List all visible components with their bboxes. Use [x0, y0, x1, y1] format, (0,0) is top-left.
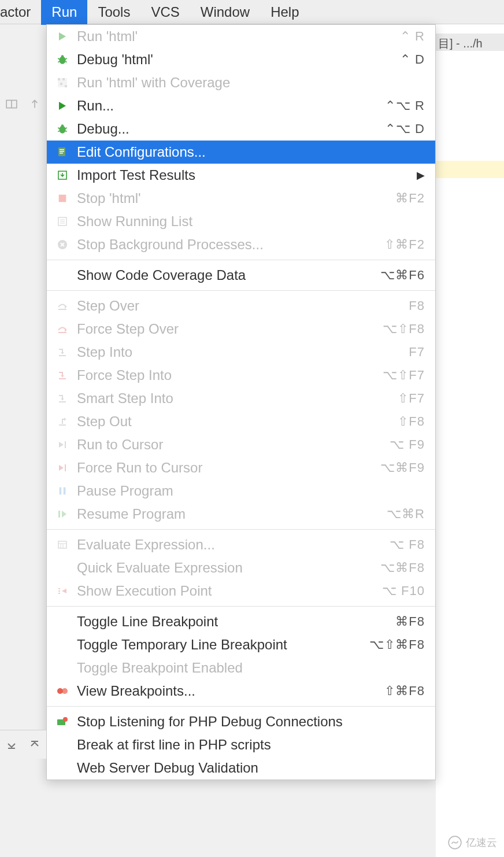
- svg-line-5: [58, 61, 60, 62]
- menu-item[interactable]: Debug...⌃⌥ D: [47, 117, 435, 141]
- menu-separator: [47, 606, 435, 607]
- svg-line-16: [58, 131, 60, 131]
- submenu-arrow-icon: ▶: [417, 169, 425, 182]
- split-icon[interactable]: [5, 98, 18, 110]
- edit-config-icon: [54, 145, 71, 160]
- menu-item[interactable]: View Breakpoints...⇧⌘F8: [47, 679, 435, 703]
- php-debug-icon: [54, 714, 71, 729]
- menu-item-label: Import Test Results: [77, 167, 417, 183]
- menu-item: Evaluate Expression...⌥ F8: [47, 533, 435, 556]
- menu-item-label: Run 'html' with Coverage: [77, 75, 425, 91]
- list-icon: [54, 214, 71, 229]
- svg-rect-9: [58, 78, 60, 80]
- menubar-item-vcs[interactable]: VCS: [140, 0, 190, 25]
- icon-placeholder: [54, 660, 71, 675]
- menu-separator: [47, 529, 435, 530]
- play-icon: [54, 29, 71, 44]
- menu-item-shortcut: ⌃⌥ R: [385, 98, 425, 113]
- force-run-to-cursor-icon: [54, 460, 71, 475]
- menu-item: Resume Program⌥⌘R: [47, 503, 435, 526]
- resume-icon: [54, 507, 71, 522]
- menu-item-shortcut: ⌥⌘F9: [380, 460, 425, 475]
- left-toolbar: [0, 93, 46, 116]
- menu-item-label: Run...: [77, 98, 385, 114]
- menu-item: Run to Cursor⌥ F9: [47, 433, 435, 456]
- menu-item-label: Quick Evaluate Expression: [77, 560, 380, 576]
- menu-item-shortcut: ⌥⇧⌘F8: [369, 637, 425, 652]
- menu-item: Pause Program: [47, 479, 435, 503]
- menu-item-label: Step Over: [77, 298, 409, 314]
- menu-item-shortcut: ⌥⇧F7: [383, 368, 425, 383]
- collapse-icon[interactable]: [28, 98, 41, 110]
- svg-rect-21: [60, 151, 64, 152]
- force-step-into-icon: [54, 368, 71, 383]
- svg-line-17: [65, 131, 66, 131]
- svg-rect-41: [58, 541, 66, 548]
- menu-item: Show Running List: [47, 210, 435, 233]
- menu-separator: [47, 706, 435, 707]
- play-icon: [54, 98, 71, 113]
- menubar-item-run[interactable]: Run: [41, 0, 87, 25]
- menu-item[interactable]: Web Server Debug Validation: [47, 756, 435, 780]
- arrow-down-icon[interactable]: [6, 739, 17, 751]
- menu-separator: [47, 260, 435, 260]
- menu-item[interactable]: Debug 'html'⌃ D: [47, 48, 435, 71]
- watermark: 亿速云: [447, 835, 497, 850]
- menu-item-label: Web Server Debug Validation: [77, 760, 425, 776]
- menu-item[interactable]: Show Code Coverage Data⌥⌘F6: [47, 264, 435, 287]
- menu-item[interactable]: Run...⌃⌥ R: [47, 94, 435, 117]
- menu-separator: [47, 290, 435, 291]
- menu-item: Run 'html' with Coverage: [47, 71, 435, 94]
- svg-rect-40: [58, 511, 60, 518]
- svg-rect-45: [58, 588, 60, 589]
- menu-item: Quick Evaluate Expression⌥⌘F8: [47, 556, 435, 579]
- menu-item[interactable]: Edit Configurations...: [47, 141, 435, 164]
- menubar-item-tools[interactable]: Tools: [87, 0, 140, 25]
- arrow-up-icon[interactable]: [29, 739, 40, 751]
- menu-item-label: View Breakpoints...: [77, 683, 384, 699]
- svg-line-6: [65, 61, 66, 62]
- run-menu-dropdown: Run 'html'⌃ RDebug 'html'⌃ DRun 'html' w…: [46, 24, 436, 780]
- menubar-item-help[interactable]: Help: [260, 0, 309, 25]
- bug-icon: [54, 121, 71, 136]
- menu-item: Step Out⇧F8: [47, 410, 435, 433]
- menu-item[interactable]: Import Test Results▶: [47, 164, 435, 187]
- menu-item[interactable]: Stop Listening for PHP Debug Connections: [47, 710, 435, 733]
- svg-rect-46: [58, 590, 60, 592]
- menu-item-shortcut: ⌥ F8: [390, 537, 425, 552]
- menu-item-shortcut: ⇧⌘F2: [384, 237, 425, 252]
- menu-item: Force Run to Cursor⌥⌘F9: [47, 456, 435, 479]
- menu-item-shortcut: F7: [409, 345, 425, 360]
- menubar: actor Run Tools VCS Window Help: [0, 0, 504, 24]
- menu-item[interactable]: Toggle Temporary Line Breakpoint⌥⇧⌘F8: [47, 633, 435, 656]
- menubar-item-window[interactable]: Window: [190, 0, 260, 25]
- icon-placeholder: [54, 737, 71, 752]
- menu-item-label: Run 'html': [77, 28, 400, 45]
- coverage-icon: [54, 75, 71, 90]
- menu-item-label: Step Out: [77, 413, 398, 430]
- menu-item-shortcut: ⌥ F10: [382, 583, 425, 599]
- breakpoints-icon: [54, 684, 71, 699]
- menu-item-shortcut: ⌃ D: [400, 52, 425, 67]
- menu-item-label: Show Running List: [77, 213, 425, 230]
- menu-item-label: Step Into: [77, 344, 409, 360]
- menu-item-shortcut: ⇧⌘F8: [384, 684, 425, 699]
- menu-item-label: Edit Configurations...: [77, 144, 425, 160]
- menu-item[interactable]: Toggle Line Breakpoint⌘F8: [47, 610, 435, 633]
- svg-rect-47: [58, 593, 60, 594]
- svg-point-7: [61, 55, 64, 57]
- menu-item-shortcut: ⌘F2: [395, 191, 425, 206]
- menubar-item-refactor[interactable]: actor: [0, 0, 41, 25]
- editor-line-highlight: [436, 161, 504, 178]
- menu-item: Force Step Over⌥⇧F8: [47, 317, 435, 341]
- menu-item[interactable]: Break at first line in PHP scripts: [47, 733, 435, 756]
- menu-item-shortcut: ⌥⇧F8: [383, 322, 425, 337]
- step-over-icon: [54, 298, 71, 313]
- menu-item-label: Show Execution Point: [77, 583, 382, 599]
- editor-area: [436, 24, 504, 857]
- stop-circle-icon: [54, 237, 71, 252]
- svg-point-49: [62, 688, 68, 694]
- icon-placeholder: [54, 760, 71, 775]
- watermark-icon: [447, 835, 462, 850]
- menu-item-shortcut: F8: [409, 298, 425, 313]
